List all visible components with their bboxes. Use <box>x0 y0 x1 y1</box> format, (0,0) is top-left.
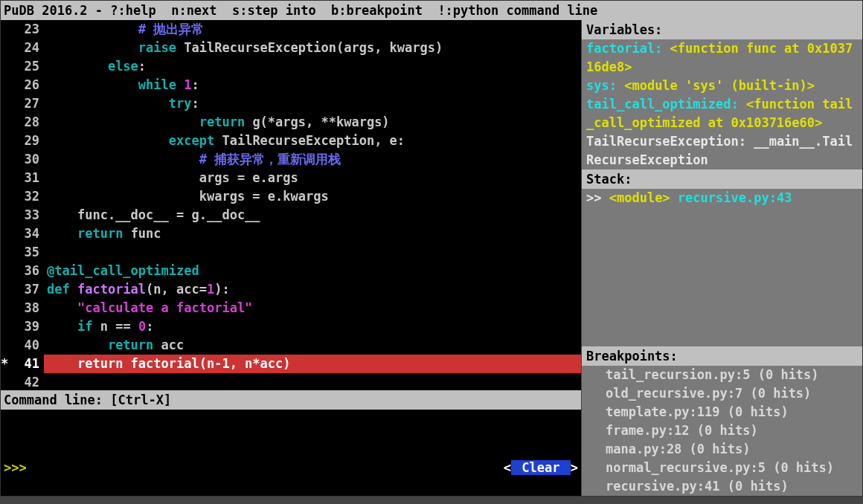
code-line[interactable]: 30 # 捕获异常，重新调用栈 <box>1 150 581 169</box>
breakpoint-entry[interactable]: mana.py:28 (0 hits) <box>586 440 858 459</box>
stack-header[interactable]: Stack: <box>582 169 862 189</box>
breakpoint-entry[interactable]: normal_recursive.py:5 (0 hits) <box>586 459 858 477</box>
line-marker: * <box>1 355 10 373</box>
code-line[interactable]: 37def factorial(n, acc=1): <box>1 280 581 299</box>
stack-frame[interactable]: >> <module> recursive.py:43 <box>586 189 858 207</box>
line-marker <box>1 39 10 57</box>
breakpoint-entry[interactable]: recursive.py:41 (0 hits) <box>586 477 858 496</box>
breakpoints-panel[interactable]: tail_recursion.py:5 (0 hits)old_recursiv… <box>582 366 862 496</box>
title-bar: PuDB 2016.2 - ?:help n:next s:step into … <box>1 1 862 20</box>
clear-left: < <box>504 460 511 475</box>
code-line[interactable]: 29 except TailRecurseException, e: <box>1 132 581 150</box>
line-source: return g(*args, **kwargs) <box>44 113 581 132</box>
line-source: func.__doc__ = g.__doc__ <box>44 206 581 224</box>
variables-header[interactable]: Variables: <box>582 20 862 39</box>
code-view[interactable]: 23 # 抛出异常24 raise TailRecurseException(a… <box>1 20 581 390</box>
line-source: "calculate a factorial" <box>44 299 581 317</box>
line-marker <box>1 206 10 224</box>
variable-value: <module 'sys' (built-in)> <box>624 78 815 93</box>
code-line[interactable]: 31 args = e.args <box>1 169 581 187</box>
clear-mid: Clear <box>511 460 571 475</box>
stack-frame-name: <module> <box>609 190 678 205</box>
line-marker <box>1 187 10 206</box>
code-line[interactable]: 26 while 1: <box>1 76 581 94</box>
line-source <box>44 373 581 390</box>
left-pane: 23 # 抛出异常24 raise TailRecurseException(a… <box>1 20 581 496</box>
line-source: if n == 0: <box>44 317 581 336</box>
code-line[interactable]: 36@tail_call_optimized <box>1 262 581 280</box>
code-line[interactable]: 25 else: <box>1 57 581 76</box>
line-marker <box>1 317 10 336</box>
variable-name: TailRecurseException: <box>586 134 754 149</box>
line-number: 36 <box>10 262 44 280</box>
code-line[interactable]: 27 try: <box>1 94 581 113</box>
breakpoint-entry[interactable]: tail_recursion.py:5 (0 hits) <box>586 366 858 384</box>
line-source: try: <box>44 94 581 113</box>
breakpoint-entry[interactable]: old_recursive.py:7 (0 hits) <box>586 384 858 403</box>
line-marker <box>1 94 10 113</box>
stack-pointer: >> <box>586 190 609 205</box>
line-number: 27 <box>10 94 44 113</box>
code-line[interactable]: 32 kwargs = e.kwargs <box>1 187 581 206</box>
stack-panel[interactable]: >> <module> recursive.py:43 <box>582 189 862 346</box>
breakpoint-entry[interactable]: frame.py:12 (0 hits) <box>586 421 858 440</box>
line-source: except TailRecurseException, e: <box>44 132 581 150</box>
line-source: return func <box>44 224 581 243</box>
line-marker <box>1 373 10 390</box>
code-line[interactable]: *41 return factorial(n-1, n*acc) <box>1 355 581 373</box>
code-line[interactable]: 42 <box>1 373 581 390</box>
code-line[interactable]: 28 return g(*args, **kwargs) <box>1 113 581 132</box>
line-marker <box>1 280 10 299</box>
line-marker <box>1 20 10 39</box>
variable-entry[interactable]: sys: <module 'sys' (built-in)> <box>586 77 858 95</box>
line-number: 33 <box>10 206 44 224</box>
line-source: # 捕获异常，重新调用栈 <box>44 150 581 169</box>
line-marker <box>1 76 10 94</box>
code-line[interactable]: 33 func.__doc__ = g.__doc__ <box>1 206 581 224</box>
line-source: while 1: <box>44 76 581 94</box>
line-number: 38 <box>10 299 44 317</box>
line-source: def factorial(n, acc=1): <box>44 280 581 299</box>
line-source: raise TailRecurseException(args, kwargs) <box>44 39 581 57</box>
code-line[interactable]: 23 # 抛出异常 <box>1 20 581 39</box>
stack-location: recursive.py:43 <box>678 190 792 205</box>
line-number: 31 <box>10 169 44 187</box>
command-line[interactable]: >>> < Clear > <box>1 439 581 496</box>
line-number: 29 <box>10 132 44 150</box>
line-number: 24 <box>10 39 44 57</box>
code-line[interactable]: 40 return acc <box>1 336 581 355</box>
breakpoint-entry[interactable]: template.py:119 (0 hits) <box>586 403 858 421</box>
line-source: @tail_call_optimized <box>44 262 581 280</box>
line-number: 40 <box>10 336 44 355</box>
breakpoints-header[interactable]: Breakpoints: <box>582 346 862 366</box>
clear-right: > <box>571 460 578 475</box>
line-source: return factorial(n-1, n*acc) <box>44 355 581 373</box>
line-source: # 抛出异常 <box>44 20 581 39</box>
code-line[interactable]: 38 "calculate a factorial" <box>1 299 581 317</box>
variable-name: tail_call_optimized: <box>586 97 746 112</box>
variable-entry[interactable]: TailRecurseException: __main__.TailRecur… <box>586 132 858 169</box>
code-line[interactable]: 39 if n == 0: <box>1 317 581 336</box>
line-marker <box>1 169 10 187</box>
code-line[interactable]: 35 <box>1 243 581 262</box>
line-number: 25 <box>10 57 44 76</box>
variable-entry[interactable]: factorial: <function func at 0x103716de8… <box>586 39 858 77</box>
code-line[interactable]: 24 raise TailRecurseException(args, kwar… <box>1 39 581 57</box>
line-marker <box>1 224 10 243</box>
line-number: 34 <box>10 224 44 243</box>
variable-name: sys: <box>586 78 624 93</box>
variable-name: factorial: <box>586 41 670 56</box>
prompt: >>> <box>4 459 27 476</box>
variable-entry[interactable]: tail_call_optimized: <function tail_call… <box>586 95 858 132</box>
line-number: 37 <box>10 280 44 299</box>
code-line[interactable]: 34 return func <box>1 224 581 243</box>
line-number: 23 <box>10 20 44 39</box>
variables-panel[interactable]: factorial: <function func at 0x103716de8… <box>582 39 862 169</box>
line-marker <box>1 150 10 169</box>
clear-button[interactable]: < Clear > <box>427 441 578 494</box>
line-number: 42 <box>10 373 44 390</box>
line-marker <box>1 132 10 150</box>
line-marker <box>1 57 10 76</box>
main-area: 23 # 抛出异常24 raise TailRecurseException(a… <box>1 20 862 496</box>
line-source: else: <box>44 57 581 76</box>
